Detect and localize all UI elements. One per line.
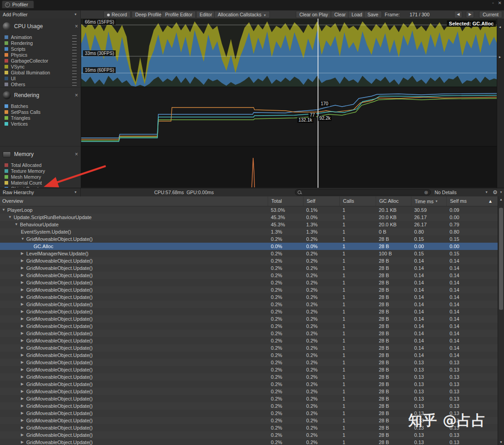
table-row[interactable]: ▶GridMoveableObject.Update()0.2%0.2%128 … (0, 388, 498, 395)
drag-handle-icon[interactable] (72, 77, 77, 80)
collapse-arrow-icon[interactable]: ▼ (8, 214, 14, 221)
table-row[interactable]: ▶GridMoveableObject.Update()0.2%0.2%128 … (0, 286, 498, 293)
table-row[interactable]: ▶GridMoveableObject.Update()0.2%0.2%128 … (0, 293, 498, 301)
table-row[interactable]: ▶GridMoveableObject.Update()0.2%0.2%128 … (0, 373, 498, 381)
hierarchy-mode-dropdown[interactable]: Raw Hierarchy ▼ (0, 188, 81, 196)
frame-playhead[interactable] (318, 19, 318, 188)
table-row[interactable]: ▶GridMoveableObject.Update()0.2%0.2%128 … (0, 323, 498, 330)
expand-arrow-icon[interactable]: ▶ (21, 381, 26, 388)
legend-item-batches[interactable]: Batches (0, 103, 81, 109)
scroll-to-top-icon[interactable]: ▲ (486, 198, 494, 205)
legend-item-scripts[interactable]: Scripts (0, 46, 81, 52)
column-time-ms[interactable]: Time ms▼ (411, 196, 446, 206)
expand-arrow-icon[interactable]: ▶ (21, 250, 26, 257)
next-frame-button[interactable]: ▶ (466, 11, 474, 18)
frame-value[interactable]: 171 / 300 (410, 10, 430, 19)
save-button[interactable]: Save (364, 11, 382, 18)
record-toggle[interactable]: Record (103, 11, 131, 18)
memory-chart[interactable] (81, 147, 497, 187)
drag-handle-icon[interactable] (72, 65, 77, 68)
load-button[interactable]: Load (348, 11, 366, 18)
column-overview[interactable]: Overview (0, 196, 268, 206)
allocation-callstacks-dropdown[interactable]: Allocation Callstacks▼ (214, 11, 270, 18)
close-window-icon[interactable]: ✕ (498, 1, 502, 5)
legend-item-setpass-calls[interactable]: SetPass Calls (0, 109, 81, 115)
expand-arrow-icon[interactable]: ▶ (21, 315, 26, 323)
table-row[interactable]: ▶LevelManagerNew.Update()0.2%0.2%1100 B0… (0, 250, 498, 257)
expand-arrow-icon[interactable]: ▶ (21, 424, 26, 431)
table-row[interactable]: ▶GridMoveableObject.Update()0.2%0.2%128 … (0, 352, 498, 359)
expand-arrow-icon[interactable]: ▶ (21, 431, 26, 439)
expand-arrow-icon[interactable]: ▶ (21, 308, 26, 315)
chevron-down-icon[interactable]: ▼ (499, 191, 503, 194)
close-icon[interactable]: × (75, 152, 78, 157)
scroll-left-icon[interactable]: ◂ (499, 25, 501, 29)
table-row[interactable]: ▶GridMoveableObject.Update()0.2%0.2%128 … (0, 344, 498, 352)
expand-arrow-icon[interactable]: ▶ (21, 301, 26, 308)
table-row[interactable]: ▶GridMoveableObject.Update()0.2%0.2%128 … (0, 439, 498, 445)
close-icon[interactable]: × (75, 93, 78, 98)
expand-arrow-icon[interactable]: ▶ (21, 330, 26, 337)
table-row[interactable]: ▶GridMoveableObject.Update()0.2%0.2%128 … (0, 257, 498, 264)
column-calls[interactable]: Calls (339, 196, 376, 206)
table-row[interactable]: ▶GridMoveableObject.Update()0.2%0.2%128 … (0, 279, 498, 286)
legend-item-rendering[interactable]: Rendering (0, 40, 81, 46)
gear-icon[interactable]: ⚙ (493, 189, 498, 196)
table-row[interactable]: ▶GridMoveableObject.Update()0.2%0.2%128 … (0, 431, 498, 439)
expand-arrow-icon[interactable]: ▶ (21, 337, 26, 344)
maximize-icon[interactable]: ▫ (492, 1, 494, 5)
expand-arrow-icon[interactable]: ▶ (21, 293, 26, 301)
table-scrollbar[interactable]: ▲ ▼ (498, 196, 504, 445)
clear-on-play-button[interactable]: Clear on Play (296, 11, 332, 18)
collapse-arrow-icon[interactable]: ▼ (2, 206, 7, 214)
details-dropdown[interactable]: No Details ▼ (432, 188, 490, 196)
expand-arrow-icon[interactable]: ▶ (21, 410, 26, 417)
table-row[interactable]: ▶GridMoveableObject.Update()0.2%0.2%128 … (0, 272, 498, 279)
current-frame-button[interactable]: Current (479, 11, 502, 18)
legend-item-physics[interactable]: Physics (0, 52, 81, 58)
table-row[interactable]: ▶GridMoveableObject.Update()0.2%0.2%128 … (0, 264, 498, 272)
scrollbar-up-icon[interactable]: ▲ (498, 198, 504, 201)
table-row[interactable]: ▶GridMoveableObject.Update()0.2%0.2%128 … (0, 337, 498, 344)
legend-item-texture-memory[interactable]: Texture Memory (0, 168, 81, 174)
table-row[interactable]: ▶GridMoveableObject.Update()0.2%0.2%128 … (0, 308, 498, 315)
table-row[interactable]: ▶GridMoveableObject.Update()0.2%0.2%128 … (0, 366, 498, 373)
expand-arrow-icon[interactable]: ▶ (21, 417, 26, 424)
expand-arrow-icon[interactable]: ▶ (21, 352, 26, 359)
column-self[interactable]: Self (303, 196, 339, 206)
table-row[interactable]: ▼BehaviourUpdate45.3%1.3%120.0 KB26.170.… (0, 221, 498, 228)
scrollbar-thumb[interactable] (499, 208, 503, 310)
deep-profile-toggle[interactable]: Deep Profile (132, 11, 165, 18)
clear-button[interactable]: Clear (331, 11, 349, 18)
drag-handle-icon[interactable] (72, 83, 77, 86)
search-box[interactable]: ⊗ (295, 189, 431, 196)
table-row[interactable]: EventSystem.Update()1.3%1.3%10 B0.800.80 (0, 228, 498, 235)
expand-arrow-icon[interactable]: ▶ (21, 286, 26, 293)
drag-handle-icon[interactable] (72, 47, 77, 50)
expand-arrow-icon[interactable]: ▶ (21, 395, 26, 402)
drag-handle-icon[interactable] (72, 53, 77, 56)
table-row[interactable]: ▶GridMoveableObject.Update()0.2%0.2%128 … (0, 330, 498, 337)
rendering-chart[interactable]: 1707792.2k132.1k (81, 87, 497, 147)
scrollbar-down-icon[interactable]: ▼ (498, 440, 504, 444)
expand-arrow-icon[interactable]: ▶ (21, 388, 26, 395)
legend-item-material-count[interactable]: Material Count (0, 180, 81, 186)
collapse-arrow-icon[interactable]: ▼ (15, 221, 20, 228)
table-row[interactable]: ▶GridMoveableObject.Update()0.2%0.2%128 … (0, 359, 498, 366)
legend-item-vsync[interactable]: VSync (0, 64, 81, 69)
table-row[interactable]: GC.Alloc0.0%0.0%128 B0.000.00 (0, 243, 498, 250)
expand-arrow-icon[interactable]: ▶ (21, 366, 26, 373)
expand-arrow-icon[interactable]: ▶ (21, 264, 26, 272)
expand-arrow-icon[interactable]: ▶ (21, 323, 26, 330)
legend-item-global-illumination[interactable]: Global Illumination (0, 69, 81, 75)
add-profiler-dropdown[interactable]: Add Profiler ▼ (0, 10, 81, 19)
legend-item-triangles[interactable]: Triangles (0, 115, 81, 121)
expand-arrow-icon[interactable]: ▶ (21, 257, 26, 264)
cpu-usage-chart[interactable]: Selected: GC.Alloc 66ms (15FPS)33ms (30F… (81, 19, 497, 87)
drag-handle-icon[interactable] (72, 59, 77, 62)
legend-item-ui[interactable]: UI (0, 75, 81, 81)
legend-item-vertices[interactable]: Vertices (0, 121, 81, 127)
expand-arrow-icon[interactable]: ▶ (21, 272, 26, 279)
expand-arrow-icon[interactable]: ▶ (21, 279, 26, 286)
expand-arrow-icon[interactable]: ▶ (21, 439, 26, 445)
